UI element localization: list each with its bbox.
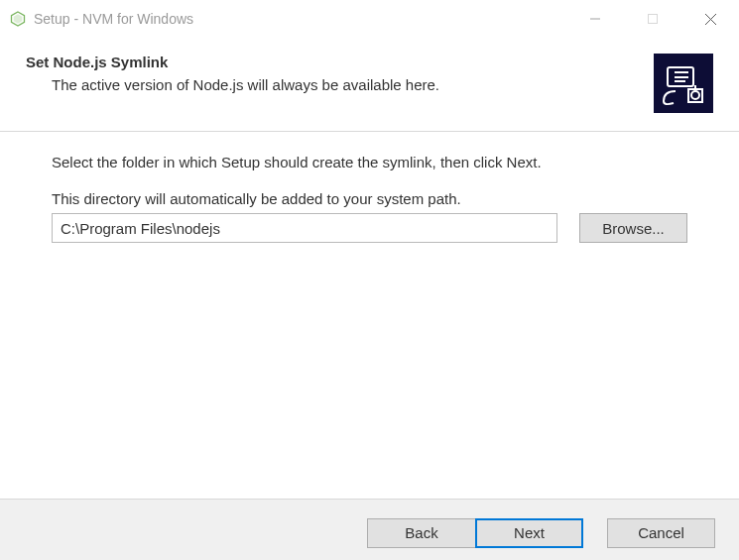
wizard-footer: Back Next Cancel xyxy=(0,499,739,560)
app-icon xyxy=(10,11,26,27)
maximize-button[interactable] xyxy=(624,0,681,38)
svg-rect-3 xyxy=(649,15,658,24)
page-subtitle: The active version of Node.js will alway… xyxy=(52,76,642,93)
minimize-button[interactable] xyxy=(566,0,624,38)
nav-group: Back Next xyxy=(367,518,583,548)
page-title: Set Node.js Symlink xyxy=(26,54,642,70)
window-title: Setup - NVM for Windows xyxy=(34,11,566,27)
wizard-content: Select the folder in which Setup should … xyxy=(0,132,739,499)
installer-icon xyxy=(654,54,713,113)
path-row: Browse... xyxy=(52,213,687,243)
close-button[interactable] xyxy=(681,0,739,38)
header-text: Set Node.js Symlink The active version o… xyxy=(26,54,642,93)
svg-marker-1 xyxy=(14,14,23,23)
browse-button[interactable]: Browse... xyxy=(579,213,687,243)
path-input[interactable] xyxy=(52,213,557,243)
path-hint-text: This directory will automatically be add… xyxy=(52,190,687,207)
cancel-button[interactable]: Cancel xyxy=(607,518,715,548)
wizard-header: Set Node.js Symlink The active version o… xyxy=(0,38,739,131)
titlebar: Setup - NVM for Windows xyxy=(0,0,739,38)
back-button[interactable]: Back xyxy=(367,518,475,548)
next-button[interactable]: Next xyxy=(475,518,583,548)
window-controls xyxy=(566,0,739,38)
instruction-text: Select the folder in which Setup should … xyxy=(52,154,687,170)
